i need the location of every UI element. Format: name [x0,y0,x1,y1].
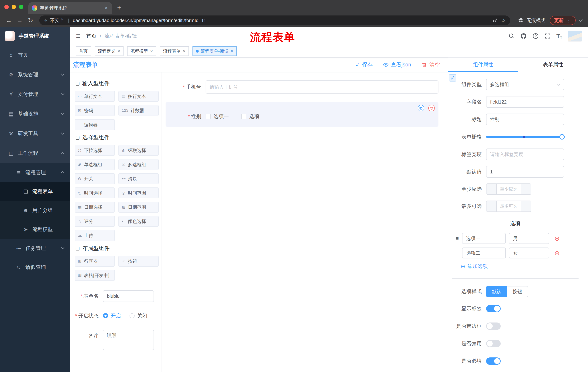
avatar[interactable] [568,31,582,42]
default-value-input[interactable] [486,166,564,178]
sidebar-item-system-management[interactable]: ⚙ 系统管理 [0,65,70,85]
phone-input[interactable] [206,80,439,94]
border-switch[interactable] [486,322,501,330]
palette-item-editor[interactable]: 编辑器 [74,119,115,130]
sidebar-item-task-management[interactable]: ⊶ 任务管理 [0,239,70,258]
slider-handle[interactable] [559,134,565,139]
tag-process-form-edit[interactable]: 流程表单-编辑 × [192,46,237,56]
clear-button[interactable]: 清空 [421,61,440,68]
form-name-input[interactable] [103,290,154,302]
delete-field-button[interactable] [428,105,435,111]
option-checkbox-1[interactable]: 选项一 [206,113,229,120]
remove-option-icon[interactable]: ⊖ [555,250,560,256]
palette-item-cascade-select[interactable]: ⋔级联选择 [118,145,159,156]
close-icon[interactable]: × [231,48,233,54]
close-tab-icon[interactable]: × [104,5,108,11]
close-icon[interactable]: × [183,48,185,54]
palette-item-row-container[interactable]: ⊞行容器 [74,256,115,267]
option-value-input[interactable] [509,233,549,244]
palette-item-upload[interactable]: ☁上传 [74,230,115,241]
copy-field-button[interactable] [418,105,424,111]
palette-item-radio-group[interactable]: ◉单选框组 [74,159,115,170]
increase-button[interactable]: + [521,201,531,212]
forward-button[interactable]: → [15,15,25,25]
sidebar-item-dev-tools[interactable]: ⚒ 研发工具 [0,124,70,143]
field-name-input[interactable] [486,96,564,108]
option-value-input[interactable] [509,247,549,258]
view-json-button[interactable]: 查看json [383,61,411,68]
fullscreen-icon[interactable] [544,33,551,39]
status-on-radio[interactable]: 开启 [103,312,121,319]
url-text[interactable]: dashboard.yudao.iocoder.cn/bpm/manager/f… [73,18,490,23]
gender-field-selected[interactable]: *性别 选项一 选项二 [166,102,439,127]
title-input[interactable] [486,114,564,125]
palette-item-date-range[interactable]: ▩日期范围 [118,202,159,213]
style-button-button[interactable]: 按钮 [507,286,528,297]
palette-item-color-picker[interactable]: ◐颜色选择 [118,216,159,227]
add-option-button[interactable]: ⊕ 添加选项 [461,263,582,270]
palette-item-dropdown-select[interactable]: ◎下拉选择 [74,145,115,156]
phone-field[interactable]: *手机号 [166,80,439,94]
address-bar[interactable]: ⚠ 不安全 | dashboard.yudao.iocoder.cn/bpm/m… [39,15,510,25]
sidebar-item-user-group[interactable]: ☻ 用户分组 [0,201,70,220]
palette-item-rating[interactable]: ☆评分 [74,216,115,227]
help-icon[interactable] [532,33,539,39]
sidebar-item-infrastructure[interactable]: ▤ 基础设施 [0,104,70,124]
new-tab-button[interactable]: + [117,4,121,12]
sidebar-item-leave-query[interactable]: ☺ 请假查询 [0,258,70,277]
search-icon[interactable] [508,33,515,39]
link-anchor-button[interactable] [449,74,456,82]
tag-process-form[interactable]: 流程表单 × [160,46,189,56]
remark-textarea[interactable]: 嘿嘿 [103,329,154,350]
tag-process-definition[interactable]: 流程定义 × [94,46,124,56]
increase-button[interactable]: + [521,184,531,194]
browser-tab[interactable]: 芋道管理系统 × [28,2,112,14]
sidebar-item-process-management[interactable]: ≣ 流程管理 [0,163,70,182]
sidebar-item-process-form[interactable]: ❏ 流程表单 [0,182,70,201]
palette-item-time-range[interactable]: ◶时间范围 [118,187,159,198]
component-type-select[interactable] [486,79,564,90]
palette-item-checkbox-group[interactable]: ☑多选框组 [118,159,159,170]
required-switch[interactable] [486,357,501,365]
status-off-radio[interactable]: 关闭 [129,312,147,319]
option-checkbox-2[interactable]: 选项二 [241,113,264,120]
gender-field[interactable]: *性别 选项一 选项二 [166,112,435,121]
palette-item-password[interactable]: ⊡密码 [74,105,115,116]
sidebar-item-payment-management[interactable]: ¥ 支付管理 [0,85,70,104]
option-label-input[interactable] [462,247,506,258]
style-default-button[interactable]: 默认 [486,286,507,297]
font-size-icon[interactable]: TT [556,33,562,40]
bookmark-star-icon[interactable]: ☆ [501,17,506,24]
palette-item-button[interactable]: ☞按钮 [118,256,159,267]
maximize-window-button[interactable] [19,5,23,9]
reload-button[interactable]: ↻ [25,15,36,25]
sidebar-item-workflow[interactable]: ◫ 工作流程 [0,143,70,163]
chevron-down-icon[interactable] [579,18,583,22]
palette-item-single-line-text[interactable]: ▭单行文本 [74,91,115,102]
tag-process-model[interactable]: 流程模型 × [127,46,156,56]
update-browser-button[interactable]: 更新 ⋮ [550,16,576,25]
palette-item-counter[interactable]: 123计数器 [118,105,159,116]
form-canvas[interactable]: *手机号 [162,73,448,372]
palette-item-slider[interactable]: ⊷滑块 [118,173,159,184]
drag-handle-icon[interactable]: ≡ [456,235,459,242]
tag-home[interactable]: 首页 [76,46,91,56]
github-icon[interactable] [520,33,527,39]
remove-option-icon[interactable]: ⊖ [555,235,560,242]
show-label-switch[interactable] [486,305,501,312]
decrease-button[interactable]: − [486,201,497,212]
palette-item-multiline-text[interactable]: ▤多行文本 [118,91,159,102]
form-grid-slider[interactable] [486,131,564,143]
palette-item-switch[interactable]: ⊙开关 [74,173,115,184]
sidebar-item-process-model[interactable]: ➤ 流程模型 [0,220,70,239]
drag-handle-icon[interactable]: ≡ [456,250,459,256]
palette-item-table[interactable]: ▦表格[开发中] [74,270,115,281]
breadcrumb-home[interactable]: 首页 [86,32,97,40]
save-button[interactable]: ✓ 保存 [356,61,373,68]
decrease-button[interactable]: − [486,184,497,194]
label-width-input[interactable] [486,149,564,160]
palette-item-date-picker[interactable]: ▦日期选择 [74,202,115,213]
tab-form-props[interactable]: 表单属性 [518,57,588,72]
back-button[interactable]: ← [4,15,14,25]
hamburger-icon[interactable]: ≡ [76,32,81,40]
